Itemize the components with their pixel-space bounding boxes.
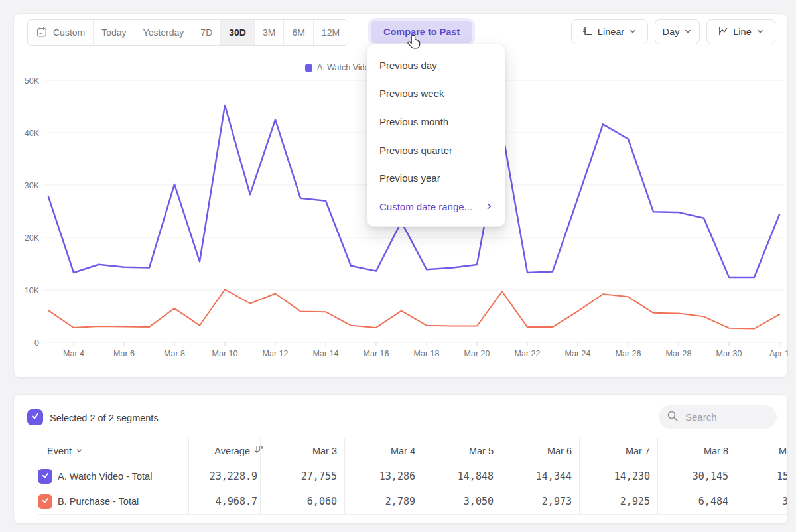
column-divider <box>501 438 501 515</box>
menu-item-label: Previous year <box>379 172 440 184</box>
menu-item-label: Previous month <box>379 116 448 127</box>
value-cell-clipped: 15, <box>777 464 788 489</box>
date-range-yesterday[interactable]: Yesterday <box>135 20 192 45</box>
date-range-label: 3M <box>263 27 275 38</box>
x-axis-label: Mar 12 <box>263 349 289 358</box>
value-cell: 2,789 <box>346 489 415 514</box>
date-range-label: Custom <box>53 27 85 38</box>
value-cell-clipped: 3, <box>782 489 788 514</box>
chevron-down-icon <box>629 27 637 37</box>
date-column-header[interactable]: Mar 6 <box>503 438 572 464</box>
column-divider <box>657 438 658 515</box>
column-divider <box>260 438 261 515</box>
menu-item-previous-quarter[interactable]: Previous quarter <box>367 136 505 165</box>
column-divider <box>736 438 736 515</box>
value-cell: 2,925 <box>581 489 650 514</box>
value-cell: 14,230 <box>581 464 650 489</box>
chevron-down-icon <box>684 27 692 37</box>
date-range-label: 7D <box>200 27 212 38</box>
date-range-custom[interactable]: Custom <box>28 20 93 45</box>
y-axis-label: 30K <box>25 181 40 190</box>
x-axis-label: Mar 10 <box>212 349 238 358</box>
scale-dropdown-button[interactable]: Linear <box>571 19 648 44</box>
chart-type-dropdown-button[interactable]: Line <box>706 19 775 44</box>
date-range-group: CustomTodayYesterday7D30D3M6M12M <box>27 19 348 46</box>
segment-row-checkbox[interactable] <box>38 469 52 484</box>
analytics-report-screen: CustomTodayYesterday7D30D3M6M12M Compare… <box>0 0 796 532</box>
check-icon <box>41 470 50 482</box>
menu-item-previous-year[interactable]: Previous year <box>367 164 505 192</box>
search-box[interactable] <box>659 405 777 429</box>
legend-label: A. Watch Video <box>317 63 373 72</box>
date-column-header[interactable]: Mar 3 <box>268 438 337 464</box>
granularity-dropdown-button[interactable]: Day <box>655 19 700 44</box>
granularity-label: Day <box>663 27 680 37</box>
average-header-label: Average <box>214 438 250 464</box>
check-icon <box>41 496 50 507</box>
segment-row-label: A. Watch Video - Total <box>58 464 152 489</box>
cursor-pointer-icon <box>406 34 423 54</box>
segments-summary: Selected 2 of 2 segments <box>50 413 159 423</box>
x-axis-label: Mar 14 <box>313 349 339 358</box>
date-column-header[interactable]: Mar 4 <box>346 438 415 464</box>
segment-row-label: B. Purchase - Total <box>58 489 139 514</box>
menu-item-previous-day[interactable]: Previous day <box>367 51 505 80</box>
x-axis-label: Mar 30 <box>716 349 742 358</box>
event-column-header[interactable]: Event <box>47 438 83 464</box>
segments-card: Selected 2 of 2 segments Event Average <box>13 394 788 524</box>
column-divider <box>423 438 423 515</box>
date-range-label: Today <box>101 27 126 38</box>
legend-item: A. Watch Video <box>305 63 373 72</box>
event-header-label: Event <box>47 438 72 464</box>
menu-item-label: Custom date range... <box>379 201 472 212</box>
legend-swatch <box>305 64 312 72</box>
x-axis-label: Mar 22 <box>515 349 541 358</box>
date-range-today[interactable]: Today <box>93 20 134 45</box>
row-divider <box>38 514 787 515</box>
compare-to-past-menu: Previous dayPrevious weekPrevious monthP… <box>367 44 505 227</box>
average-column-header[interactable]: Average <box>171 438 264 464</box>
x-axis-label: Mar 4 <box>63 349 84 358</box>
check-icon <box>31 411 40 423</box>
y-axis-label: 10K <box>25 286 40 295</box>
date-column-header[interactable]: Mar 8 <box>659 438 728 464</box>
line-chart-icon <box>718 26 728 38</box>
date-range-6m[interactable]: 6M <box>283 20 312 45</box>
date-range-30d[interactable]: 30D <box>220 20 254 45</box>
menu-item-custom-date-range[interactable]: Custom date range... <box>367 192 505 221</box>
value-cell: 6,484 <box>659 489 728 514</box>
value-cell: 6,060 <box>268 489 337 514</box>
value-cell: 14,344 <box>503 464 572 489</box>
segment-row-checkbox[interactable] <box>38 494 52 509</box>
y-axis-label: 20K <box>25 233 40 243</box>
date-range-12m[interactable]: 12M <box>313 20 348 45</box>
search-input[interactable] <box>684 411 769 423</box>
date-column-header-clipped: M <box>779 438 788 464</box>
chevron-down-icon <box>76 438 83 464</box>
menu-item-previous-month[interactable]: Previous month <box>367 107 505 136</box>
calendar-icon <box>36 26 48 40</box>
scale-label: Linear <box>598 27 624 37</box>
value-cell: 3,050 <box>425 489 494 514</box>
linear-axis-icon <box>582 26 593 38</box>
x-axis-label: Mar 26 <box>616 349 641 358</box>
value-cell: 30,145 <box>659 464 728 489</box>
menu-item-label: Previous quarter <box>379 145 452 156</box>
column-divider <box>344 438 345 515</box>
y-axis-label: 40K <box>25 129 40 138</box>
date-range-7d[interactable]: 7D <box>192 20 220 45</box>
sort-descending-icon <box>254 438 264 464</box>
date-column-header[interactable]: Mar 7 <box>581 438 650 464</box>
date-column-header[interactable]: Mar 5 <box>425 438 494 464</box>
date-range-3m[interactable]: 3M <box>254 20 283 45</box>
date-range-label: 12M <box>322 27 340 38</box>
y-axis-label: 0 <box>34 338 39 348</box>
x-axis-label: Mar 16 <box>364 349 389 358</box>
date-range-label: 30D <box>229 27 246 38</box>
menu-item-previous-week[interactable]: Previous week <box>367 80 505 108</box>
menu-item-label: Previous day <box>379 60 437 71</box>
search-icon <box>667 410 679 425</box>
x-axis-label: Mar 6 <box>113 349 135 358</box>
chart-type-label: Line <box>733 27 751 37</box>
select-all-checkbox[interactable] <box>27 409 43 425</box>
